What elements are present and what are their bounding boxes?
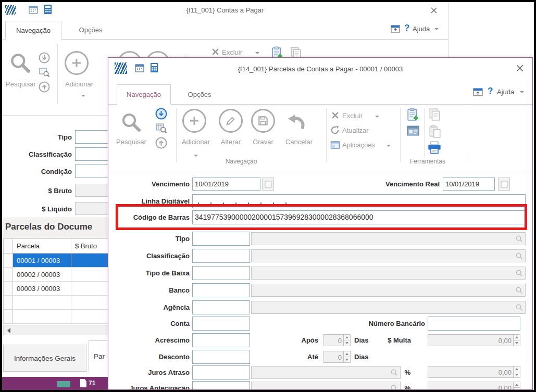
clipboard-add-icon[interactable]	[406, 107, 420, 124]
lookup-search-icon[interactable]	[390, 384, 398, 390]
classificacao-input[interactable]	[192, 249, 250, 263]
circle-down-arrow-icon[interactable]	[39, 52, 50, 66]
cell-bruto[interactable]	[71, 254, 109, 267]
lookup-search-icon[interactable]	[390, 369, 398, 378]
grid-search-icon[interactable]	[155, 122, 167, 136]
search-icon[interactable]	[120, 111, 143, 136]
circle-up-arrow-icon[interactable]	[39, 81, 50, 95]
vencimento-real-datepicker-button[interactable]	[498, 178, 510, 191]
desconto-input[interactable]	[192, 350, 250, 364]
help-dropdown-icon[interactable]	[520, 91, 524, 93]
excluir-dropdown-icon[interactable]	[375, 116, 379, 118]
stepper-buttons[interactable]	[513, 335, 520, 346]
horizontal-scrollbar[interactable]	[3, 325, 110, 335]
stepper-buttons[interactable]	[513, 382, 520, 390]
close-icon[interactable]	[516, 64, 524, 74]
gravar-button[interactable]: Gravar	[247, 138, 279, 146]
aplicacoes-dropdown-icon[interactable]	[387, 145, 391, 147]
stepper-up-icon[interactable]	[514, 366, 520, 372]
lookup-search-icon[interactable]	[515, 304, 523, 313]
tab-navegacao[interactable]: Navegação	[5, 21, 61, 40]
adicionar-button[interactable]: Adicionar	[59, 80, 99, 88]
stepper-up-icon[interactable]	[344, 351, 350, 357]
stepper-buttons[interactable]	[343, 351, 350, 362]
save-icon[interactable]	[251, 109, 275, 133]
cell-bruto[interactable]	[71, 282, 109, 295]
row-selector[interactable]	[4, 268, 13, 281]
apos-dias-stepper[interactable]: 0	[323, 334, 351, 346]
search-icon[interactable]	[8, 51, 32, 77]
print-icon[interactable]	[427, 141, 442, 157]
juros-antecipacao-stepper[interactable]: 0,00	[428, 382, 520, 390]
lookup-search-icon[interactable]	[515, 252, 523, 261]
alterar-button[interactable]: Alterar	[215, 138, 247, 146]
vencimento-real-input[interactable]: 10/01/2019	[443, 178, 495, 191]
table-row[interactable]: 00001 / 00003	[4, 254, 109, 268]
conta-input[interactable]	[192, 317, 250, 331]
juros-atraso-stepper[interactable]: 0,00	[428, 366, 520, 378]
juros-antecipacao-input[interactable]	[192, 381, 250, 390]
delete-x-icon[interactable]	[331, 111, 339, 121]
add-icon[interactable]	[182, 109, 206, 133]
undo-icon[interactable]	[283, 110, 307, 136]
lookup-search-icon[interactable]	[515, 286, 523, 296]
close-icon[interactable]	[430, 7, 438, 16]
stepper-down-icon[interactable]	[344, 357, 350, 362]
circle-up-arrow-icon[interactable]	[155, 137, 167, 151]
row-selector[interactable]	[4, 282, 13, 295]
table-row[interactable]: 00002 / 00003	[4, 268, 109, 282]
adicionar-dropdown-icon[interactable]	[194, 155, 198, 157]
refresh-icon[interactable]	[330, 125, 340, 137]
collapse-ribbon-icon[interactable]	[391, 25, 400, 35]
excluir-button[interactable]: Excluir	[222, 48, 242, 56]
vencimento-input[interactable]: 10/01/2019	[192, 178, 260, 191]
cell-parcela[interactable]: 00001 / 00003	[13, 254, 71, 267]
delete-x-icon[interactable]	[211, 48, 219, 58]
multa-stepper[interactable]: 0,00	[428, 334, 520, 346]
circle-down-arrow-icon[interactable]	[155, 108, 167, 122]
pesquisar-button[interactable]: Pesquisar	[2, 80, 40, 88]
tab-opcoes[interactable]: Opções	[175, 84, 224, 104]
stepper-buttons[interactable]	[343, 335, 350, 346]
juros-atraso-input[interactable]	[192, 365, 250, 380]
table-row[interactable]: 00003 / 00003	[4, 282, 109, 296]
stepper-up-icon[interactable]	[514, 335, 520, 340]
cancelar-button[interactable]: Cancelar	[279, 138, 319, 146]
help-label[interactable]: Ajuda	[413, 25, 430, 33]
stepper-down-icon[interactable]	[514, 387, 520, 390]
lookup-search-icon[interactable]	[515, 269, 523, 279]
collapse-ribbon-icon[interactable]	[473, 88, 483, 99]
tipo-de-baixa-input[interactable]	[192, 266, 250, 280]
lookup-search-icon[interactable]	[515, 235, 523, 244]
cell-bruto[interactable]	[71, 268, 109, 281]
excluir-dropdown-icon[interactable]	[255, 52, 259, 54]
excluir-button[interactable]: Excluir	[342, 112, 363, 120]
tipo-input[interactable]	[192, 232, 250, 246]
edit-icon[interactable]	[219, 109, 243, 133]
banco-input[interactable]	[192, 283, 250, 297]
column-header-bruto[interactable]: $ Bruto	[71, 239, 109, 253]
ate-dias-stepper[interactable]: 0	[323, 351, 351, 363]
tab-opcoes[interactable]: Opções	[66, 21, 116, 39]
stepper-down-icon[interactable]	[344, 340, 350, 346]
agencia-input[interactable]	[192, 300, 250, 314]
window-table-icon[interactable]	[406, 124, 420, 139]
stepper-down-icon[interactable]	[514, 340, 520, 346]
help-label[interactable]: Ajuda	[497, 88, 514, 96]
help-dropdown-icon[interactable]	[434, 28, 439, 30]
column-header-parcela[interactable]: Parcela	[13, 239, 71, 253]
adicionar-button[interactable]: Adicionar	[177, 138, 215, 146]
help-question-icon[interactable]: ?	[488, 86, 493, 96]
cell-parcela[interactable]: 00002 / 00003	[13, 268, 71, 281]
stepper-up-icon[interactable]	[344, 335, 350, 340]
paste-icon[interactable]	[428, 124, 442, 141]
adicionar-dropdown-icon[interactable]	[81, 95, 85, 97]
bottom-tab-informacoes-gerais[interactable]: Informações Gerais	[3, 345, 86, 372]
numero-bancario-input[interactable]	[428, 317, 520, 331]
row-selector[interactable]	[4, 254, 13, 267]
stepper-down-icon[interactable]	[514, 372, 520, 377]
add-icon[interactable]	[65, 51, 89, 75]
tab-navegacao[interactable]: Navegação	[117, 84, 171, 105]
aplicacoes-button[interactable]: Aplicações	[342, 141, 375, 149]
help-question-icon[interactable]: ?	[404, 23, 409, 33]
